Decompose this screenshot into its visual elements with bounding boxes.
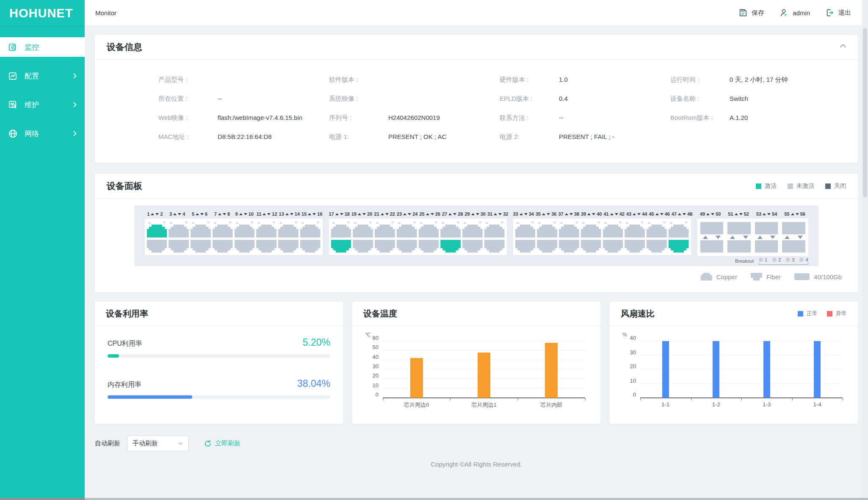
refresh-mode-select[interactable]: 手动刷新 [127, 436, 189, 451]
port-8[interactable] [213, 240, 233, 253]
status-legend-item: 激活 [756, 182, 777, 190]
port-36[interactable] [537, 240, 557, 253]
port-9[interactable] [235, 225, 255, 238]
port-13[interactable] [278, 225, 299, 238]
port-6[interactable] [191, 240, 211, 253]
port-pair-label: 1516 [301, 211, 323, 217]
sidebar-item-4[interactable]: 网络 [0, 124, 85, 143]
refresh-now-button[interactable]: 立即刷新 [204, 439, 240, 447]
port-30[interactable] [462, 240, 483, 253]
port-labels: 12345678910111213141516 [145, 211, 323, 217]
port-45[interactable] [647, 225, 667, 238]
port-11[interactable] [256, 225, 276, 238]
user-menu[interactable]: admin [780, 8, 810, 17]
port-37[interactable] [559, 225, 579, 238]
sidebar-item-1[interactable]: 监控 [0, 37, 85, 57]
info-field-value: D8:5B:22:16:64:D8 [218, 133, 272, 140]
port-pair [603, 221, 623, 253]
info-field-value: -- [559, 114, 563, 121]
breakout-option-3[interactable]: 3 [786, 257, 794, 262]
port-14[interactable] [278, 240, 299, 253]
fan-title: 风扇速比 [621, 308, 655, 319]
y-tick-label: 20 [621, 363, 636, 369]
port-31[interactable] [484, 225, 505, 238]
port-4[interactable] [169, 240, 189, 253]
port-33[interactable] [515, 225, 536, 238]
port-35[interactable] [537, 225, 557, 238]
info-field: 系统映像 : [329, 95, 500, 103]
port-38[interactable] [559, 240, 579, 253]
port-47[interactable] [669, 225, 689, 238]
breakout-option-2[interactable]: 2 [772, 257, 781, 262]
port-54[interactable] [755, 240, 778, 253]
port-7[interactable] [213, 225, 233, 238]
port-48[interactable] [669, 240, 689, 253]
breakout-option-1[interactable]: 1 [759, 257, 767, 262]
radio-icon [786, 258, 790, 262]
chevron-down-icon [177, 441, 183, 446]
sidebar-item-2[interactable]: 配置 [0, 66, 85, 86]
port-17[interactable] [331, 225, 351, 238]
logout-button[interactable]: 退出 [825, 8, 851, 17]
port-group: 12345678910111213141516 [145, 211, 323, 256]
port-43[interactable] [625, 225, 645, 238]
port-26[interactable] [419, 240, 439, 253]
port-pair [419, 221, 439, 253]
port-24[interactable] [397, 240, 417, 253]
port-12[interactable] [256, 240, 276, 253]
port-10[interactable] [235, 240, 255, 253]
port-32[interactable] [484, 240, 505, 253]
port-20[interactable] [353, 240, 373, 253]
port-21[interactable] [375, 225, 395, 238]
port-46[interactable] [647, 240, 667, 253]
port-50[interactable] [700, 240, 724, 253]
collapse-chevron-icon[interactable] [839, 43, 847, 48]
port-22[interactable] [375, 240, 395, 253]
legend-label: 未激活 [796, 182, 814, 190]
info-field-value: A.1.20 [730, 114, 748, 121]
port-18[interactable] [331, 240, 351, 253]
port-3[interactable] [169, 225, 189, 238]
port-51[interactable] [727, 222, 751, 234]
info-field-label: 运行时间 : [670, 76, 730, 84]
port-25[interactable] [419, 225, 439, 238]
network-icon [8, 128, 18, 139]
port-15[interactable] [300, 225, 321, 238]
port-55[interactable] [782, 222, 805, 234]
port-5[interactable] [191, 225, 211, 238]
port-34[interactable] [515, 240, 536, 253]
y-axis-unit: % [622, 332, 847, 339]
horizontal-scrollbar-thumb[interactable] [0, 498, 85, 500]
port-2[interactable] [147, 240, 167, 253]
port-23[interactable] [397, 225, 417, 238]
info-field: EPLD版本 :0.4 [500, 95, 670, 103]
y-tick-label: 40 [621, 335, 636, 341]
port-49[interactable] [700, 222, 724, 234]
fan-header: 风扇速比 正常异常 [610, 302, 858, 326]
vertical-scrollbar-thumb[interactable] [863, 28, 867, 197]
port-44[interactable] [625, 240, 645, 253]
refresh-icon [204, 440, 212, 447]
port-19[interactable] [353, 225, 373, 238]
port-56[interactable] [782, 240, 805, 253]
breakout-option-4[interactable]: 4 [799, 257, 808, 262]
port-52[interactable] [727, 240, 751, 253]
port-27[interactable] [440, 225, 461, 238]
metric-label: CPU利用率 [108, 339, 142, 348]
port-1[interactable] [147, 225, 167, 238]
sidebar-item-label: 网络 [25, 129, 73, 139]
sidebar-item-3[interactable]: 维护 [0, 95, 85, 114]
port-pair [331, 221, 351, 253]
port-28[interactable] [440, 240, 461, 253]
port-29[interactable] [462, 225, 483, 238]
port-42[interactable] [603, 240, 623, 253]
info-field-value: PRESENT ; OK ; AC [388, 133, 446, 140]
save-button[interactable]: 保存 [738, 8, 764, 17]
port-pair [278, 221, 299, 253]
port-16[interactable] [300, 240, 321, 253]
port-53[interactable] [755, 222, 778, 234]
port-39[interactable] [581, 225, 601, 238]
port-40[interactable] [581, 240, 601, 253]
port-41[interactable] [603, 225, 623, 238]
logout-icon [825, 8, 835, 17]
